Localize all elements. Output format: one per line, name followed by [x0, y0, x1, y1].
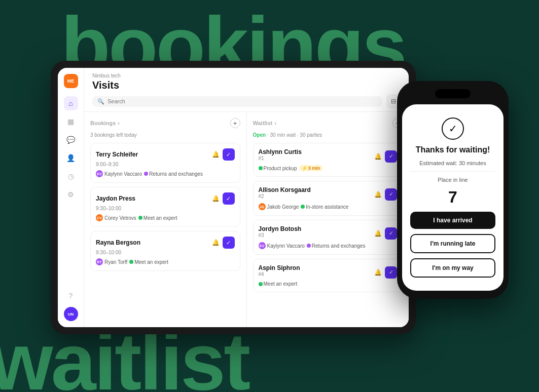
phone-title: Thanks for waiting! — [416, 145, 490, 154]
card-tags-jaydon: CV Corey Vetrovs Meet an expert — [96, 214, 235, 221]
tag-dot-rayna — [129, 260, 133, 264]
tag-dot-allison — [301, 205, 305, 209]
card-name-jaydon: Jaydon Press — [96, 195, 135, 202]
company-name: Nimbus tech — [92, 73, 401, 79]
waitlist-parties: 30 parties — [300, 132, 322, 138]
waitlist-wait-time: 30 min wait — [270, 132, 296, 138]
phone-subtitle: Estimated wait: 30 minutes — [419, 160, 486, 166]
bookings-subtitle: 3 bookings left today — [90, 132, 240, 138]
tag-label-ashlynn: Product pickup — [259, 166, 297, 171]
sidebar-user-avatar[interactable]: UN — [64, 307, 78, 321]
sidebar-item-settings[interactable]: ⚙ — [64, 187, 78, 202]
person-avatar-rayna: RT — [96, 258, 103, 265]
tag-person-allison: JG Jakob George — [259, 203, 299, 210]
card-number-allison: #2 — [259, 193, 311, 199]
phone-late-button[interactable]: I'm running late — [410, 234, 495, 253]
tag-dot-jordyn — [307, 244, 311, 248]
phone-arrived-button[interactable]: I have arrived — [410, 212, 495, 229]
phone-screen: ✓ Thanks for waiting! Estimated wait: 30… — [402, 104, 504, 291]
search-input[interactable] — [107, 98, 377, 104]
columns: Bookings › + 3 bookings left today Terry… — [84, 112, 409, 327]
card-tags-jordyn: KV Kaylynn Vaccaro Returns and exchanges — [259, 242, 398, 249]
tag-label-allison: In-store assistance — [301, 204, 348, 210]
bell-icon-ashlynn[interactable]: 🔔 — [374, 153, 382, 160]
booking-card-terry: Terry Schleifer 🔔 ✓ 9:00–9:30 KV Kaylynn… — [90, 143, 240, 183]
card-name-allison: Allison Korsgaard — [259, 186, 311, 193]
bell-icon-terry[interactable]: 🔔 — [212, 151, 220, 158]
booking-card-jaydon: Jaydon Press 🔔 ✓ 9:30–10:00 CV Corey Vet… — [90, 187, 240, 227]
person-avatar-jordyn: KV — [259, 242, 266, 249]
card-time-rayna: 9:30–10:00 — [96, 250, 235, 255]
bookings-column-header: Bookings › + — [90, 118, 240, 128]
bookings-add-button[interactable]: + — [230, 118, 240, 128]
sidebar-item-calendar[interactable]: ▦ — [64, 114, 78, 129]
card-number-jordyn: #3 — [259, 232, 302, 238]
card-time-jaydon: 9:30–10:00 — [96, 206, 235, 211]
waitlist-open-badge: Open — [253, 132, 266, 138]
sidebar-item-people[interactable]: 👤 — [64, 151, 78, 165]
waitlist-column: Waitlist › + Open · 30 min wait · 30 par… — [247, 112, 409, 327]
main-content: Nimbus tech Visits 🔍 ⊟ Bookings — [84, 68, 409, 327]
check-btn-allison[interactable]: ✓ — [385, 188, 397, 201]
card-tags-aspin: Meet an expert — [259, 281, 398, 287]
card-name-jordyn: Jordyn Botosh — [259, 225, 302, 232]
person-name-rayna: Ryan Torff — [104, 259, 127, 265]
person-name-terry: Kaylynn Vaccaro — [104, 171, 142, 177]
tag-label-jaydon: Meet an expert — [138, 215, 177, 221]
tag-dot-jaydon — [138, 216, 142, 220]
card-name-aspin: Aspin Siphron — [259, 264, 300, 271]
tag-label-terry: Returns and exchanges — [144, 171, 203, 177]
time-badge-ashlynn: ⚡ 3 min — [299, 165, 323, 171]
bell-icon-jordyn[interactable]: 🔔 — [374, 230, 382, 237]
phone-notch — [435, 89, 471, 98]
waitlist-title[interactable]: Waitlist › — [253, 120, 276, 126]
card-time-terry: 9:00–9:30 — [96, 162, 235, 167]
check-btn-ashlynn[interactable]: ✓ — [385, 150, 397, 163]
search-input-wrap[interactable]: 🔍 — [92, 96, 382, 107]
sidebar-item-help[interactable]: ? — [64, 289, 78, 303]
bookings-title[interactable]: Bookings › — [90, 120, 120, 126]
bell-icon-aspin[interactable]: 🔔 — [374, 269, 382, 276]
search-icon: 🔍 — [97, 98, 104, 105]
tag-dot-aspin — [259, 282, 263, 286]
person-name-jordyn: Kaylynn Vaccaro — [267, 243, 305, 249]
tag-dot-ashlynn — [259, 166, 263, 170]
phone-device: ✓ Thanks for waiting! Estimated wait: 30… — [397, 81, 509, 299]
bell-icon-rayna[interactable]: 🔔 — [212, 239, 220, 246]
phone-on-way-button[interactable]: I'm on my way — [410, 258, 495, 278]
check-btn-jordyn[interactable]: ✓ — [385, 227, 397, 240]
card-tags-allison: JG Jakob George In-store assistance — [259, 203, 398, 210]
sidebar-company-avatar[interactable]: ME — [64, 74, 78, 88]
check-btn-aspin[interactable]: ✓ — [385, 266, 397, 279]
person-name-allison: Jakob George — [267, 204, 299, 210]
card-name-rayna: Rayna Bergson — [96, 239, 140, 246]
sidebar-item-clock[interactable]: ◷ — [64, 169, 78, 183]
tag-label-rayna: Meet an expert — [129, 259, 168, 265]
waitlist-card-aspin: Aspin Siphron #4 🔔 ✓ Meet an exp — [253, 259, 403, 292]
waitlist-subtitle: Open · 30 min wait · 30 parties — [253, 132, 403, 138]
card-number-aspin: #4 — [259, 271, 300, 277]
check-btn-terry[interactable]: ✓ — [223, 148, 235, 161]
tag-label-jordyn: Returns and exchanges — [307, 243, 366, 249]
card-actions-terry: 🔔 ✓ — [212, 148, 235, 161]
card-name-terry: Terry Schleifer — [96, 151, 138, 158]
person-avatar-terry: KV — [96, 170, 103, 177]
check-btn-rayna[interactable]: ✓ — [223, 237, 235, 249]
tag-person-rayna: RT Ryan Torff — [96, 258, 127, 265]
booking-card-rayna: Rayna Bergson 🔔 ✓ 9:30–10:00 RT Ryan Tor… — [90, 231, 240, 271]
sidebar-item-message[interactable]: 💬 — [64, 133, 78, 147]
bell-icon-jaydon[interactable]: 🔔 — [212, 195, 220, 202]
waitlist-card-jordyn: Jordyn Botosh #3 🔔 ✓ KV Kaylynn V — [253, 220, 403, 255]
tag-dot-terry — [144, 172, 148, 176]
card-number-ashlynn: #1 — [259, 155, 302, 161]
tag-person-jordyn: KV Kaylynn Vaccaro — [259, 242, 305, 249]
person-avatar-jaydon: CV — [96, 214, 103, 221]
page-title: Visits — [92, 80, 401, 91]
waitlist-column-header: Waitlist › + — [253, 118, 403, 128]
phone-place-label: Place in line — [438, 177, 468, 183]
check-btn-jaydon[interactable]: ✓ — [223, 192, 235, 205]
phone-place-number: 7 — [448, 188, 457, 207]
card-tags-rayna: RT Ryan Torff Meet an expert — [96, 258, 235, 265]
bell-icon-allison[interactable]: 🔔 — [374, 191, 382, 198]
sidebar-item-home[interactable]: ⌂ — [64, 96, 78, 110]
